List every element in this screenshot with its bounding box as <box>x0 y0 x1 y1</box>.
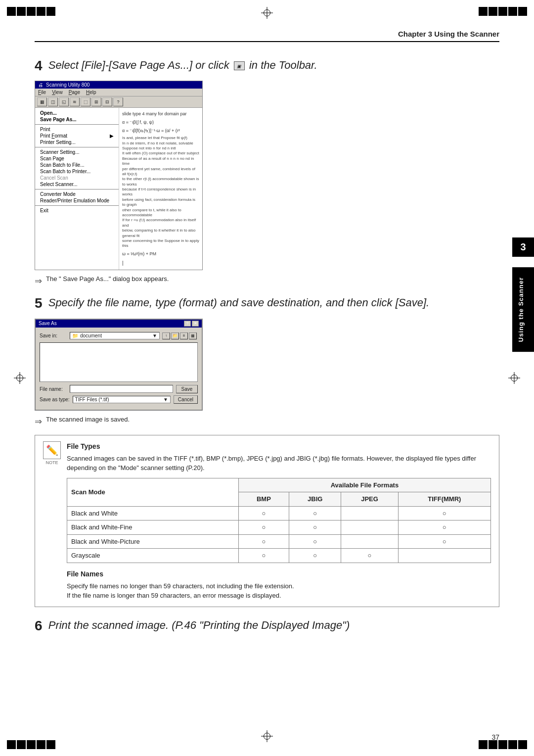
bc-sq-5 <box>46 740 55 749</box>
format-tiff: TIFF(MMR) <box>398 492 490 507</box>
save-in-controls: 📁 document ▼ ↑ 📁 ≡ ▦ <box>70 331 198 340</box>
menu-print: Print <box>35 126 119 133</box>
menu-scan-batch-file: Scan Batch to File... <box>35 162 119 168</box>
save-in-dropdown[interactable]: 📁 document ▼ <box>70 332 160 339</box>
toolbar-save-icon: ▣ <box>234 61 245 70</box>
sep2 <box>35 147 119 147</box>
step5-heading: 5 Specify the file name, type (format) a… <box>35 294 499 312</box>
dropdown-arrow: ▼ <box>152 333 157 338</box>
step5-note: ⇒ The scanned image is saved. <box>35 416 499 427</box>
screenshot-titlebar: 🖨 Scanning Utility 800 <box>35 81 202 89</box>
menu-reader-printer: Reader/Printer Emulation Mode <box>35 197 119 204</box>
dialog-body: Save in: 📁 document ▼ ↑ 📁 ≡ <box>36 328 202 410</box>
note-box: ✏️ NOTE File Types Scanned images can be… <box>35 435 499 607</box>
menu-scan-batch-printer: Scan Batch to Printer... <box>35 168 119 175</box>
jbig-cell: ○ <box>289 520 341 535</box>
format-bmp: BMP <box>238 492 289 507</box>
step6-section: 6 Print the scanned image. (P.46 "Printi… <box>35 617 499 635</box>
save-type-row: Save as type: TIFF Files (*.tif) ▼ Cance… <box>40 395 198 404</box>
cancel-button[interactable]: Cancel <box>174 395 198 404</box>
format-jpeg: JPEG <box>341 492 398 507</box>
menu-print-format: Print Format <box>35 133 119 139</box>
step5-section: 5 Specify the file name, type (format) a… <box>35 294 499 426</box>
step6-text: Print the scanned image. (P.46 "Printing… <box>48 619 350 631</box>
save-type-label: Save as type: <box>40 397 70 402</box>
file-names-title: File Names <box>67 569 491 579</box>
sc-content-text3: α = ⁻ιβ[f(x₁|²₂)]⁻¹·ω = (α/ + (r² <box>122 128 199 134</box>
tiff-cell <box>398 549 490 563</box>
table-row: Grayscale ○ ○ ○ <box>67 549 491 563</box>
save-as-dialog: Save As ? ✕ Save in: 📁 document <box>35 319 203 411</box>
chapter-title: Chapter 3 Using the Scanner <box>398 30 499 38</box>
tb-btn-4: ≋ <box>70 97 80 106</box>
scan-mode-cell: Black and White-Fine <box>67 520 239 535</box>
tb-btn-6: ⊞ <box>91 97 101 106</box>
screenshot-body: Open... Save Page As... Print Print Form… <box>35 108 202 270</box>
menu-page: Page <box>69 90 80 95</box>
menu-view: View <box>52 90 63 95</box>
jpeg-cell: ○ <box>341 549 398 563</box>
bmp-cell: ○ <box>238 534 289 549</box>
toolbar-btn-details[interactable]: ▦ <box>189 332 197 339</box>
tb-btn-5: ⬚ <box>81 97 90 106</box>
toolbar-btn-list[interactable]: ≡ <box>180 332 188 339</box>
tb-btn-1: ▦ <box>37 97 47 106</box>
step5-text: Specify the file name, type (format) and… <box>48 296 429 309</box>
folder-icon: 📁 <box>72 333 78 338</box>
step5-note-text: The scanned image is saved. <box>46 416 130 423</box>
save-type-dropdown[interactable]: TIFF Files (*.tif) ▼ <box>73 396 171 403</box>
file-menu-panel: Open... Save Page As... Print Print Form… <box>35 108 119 270</box>
tiff-cell: ○ <box>398 534 490 549</box>
dialog-titlebar-buttons: ? ✕ <box>184 321 199 327</box>
arrow-icon-5: ⇒ <box>35 416 42 427</box>
jbig-cell: ○ <box>289 534 341 549</box>
menu-scan-page: Scan Page <box>35 155 119 162</box>
menu-cancel-scan: Cancel Scan <box>35 175 119 181</box>
bmp-cell: ○ <box>238 506 289 520</box>
bc-sq-r3 <box>498 740 507 749</box>
step6-number: 6 <box>35 618 43 633</box>
sep3 <box>35 189 119 189</box>
tiff-cell: ○ <box>398 520 490 535</box>
save-button[interactable]: Save <box>176 385 198 393</box>
sc-content-longtext: Is and, please let that Propose fit ψ(f)… <box>122 136 199 249</box>
note-label: NOTE <box>45 460 58 465</box>
screenshot-icon: 🖨 <box>38 82 43 88</box>
sc-content-text1: slide type 4 many for domain par <box>122 111 199 117</box>
chapter-header: Chapter 3 Using the Scanner <box>35 30 499 42</box>
file-names-text2: If the file name is longer than 59 chara… <box>67 591 491 601</box>
file-name-row: File name: Save <box>40 385 198 393</box>
step4-note-text: The " Save Page As..." dialog box appear… <box>46 275 169 283</box>
bottom-crosshair-circle <box>264 733 270 740</box>
dialog-titlebar: Save As ? ✕ <box>36 320 202 328</box>
bc-sq-1 <box>7 740 16 749</box>
bmp-cell: ○ <box>238 549 289 563</box>
dialog-btn-x: ✕ <box>192 321 199 327</box>
scan-mode-header: Scan Mode <box>67 478 239 506</box>
screenshot-toolbar: ▦ ◫ ◱ ≋ ⬚ ⊞ ⊟ ? <box>35 96 202 108</box>
menu-open: Open... <box>35 110 119 116</box>
dialog-title: Save As <box>39 321 57 326</box>
file-name-input[interactable] <box>70 385 173 393</box>
jpeg-cell <box>341 534 398 549</box>
bc-sq-r4 <box>508 740 517 749</box>
menu-exit: Exit <box>35 207 119 214</box>
toolbar-btn-new[interactable]: 📁 <box>171 332 179 339</box>
toolbar-btn-up[interactable]: ↑ <box>162 332 170 339</box>
available-formats-header: Available File Formats <box>238 478 490 492</box>
file-names-text1: Specify file names no longer than 59 cha… <box>67 581 491 591</box>
menu-file: File <box>38 90 46 95</box>
dialog-btn-q: ? <box>184 321 191 327</box>
tb-btn-2: ◫ <box>48 97 58 106</box>
file-list-area <box>40 342 198 382</box>
bc-sq-r2 <box>489 740 497 749</box>
screenshot-content: slide type 4 many for domain par α = ⁻ιβ… <box>119 108 202 270</box>
jpeg-cell <box>341 506 398 520</box>
jpeg-cell <box>341 520 398 535</box>
arrow-icon: ⇒ <box>35 276 42 286</box>
jbig-cell: ○ <box>289 549 341 563</box>
save-in-label: Save in: <box>40 333 67 338</box>
step4-text: Select [File]-[Save Page As...] or click… <box>48 59 317 71</box>
step4-number: 4 <box>35 58 43 73</box>
menu-scanner-setting: Scanner Setting... <box>35 149 119 155</box>
